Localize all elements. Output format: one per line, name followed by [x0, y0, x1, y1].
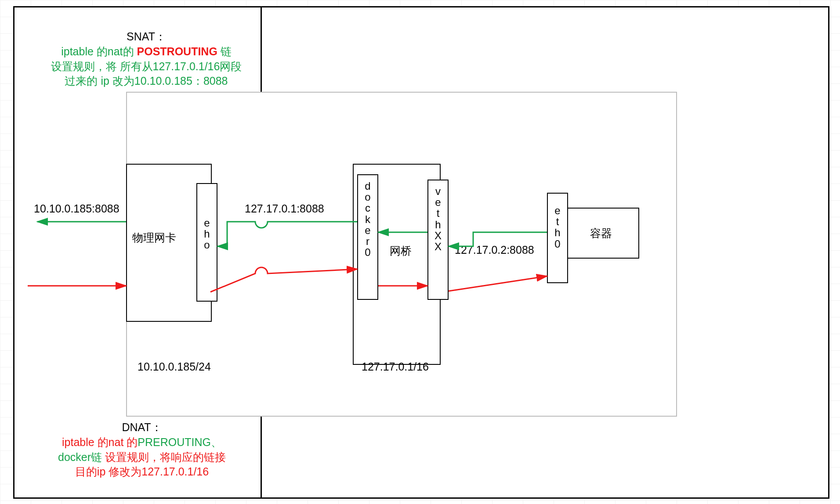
eho-vertical-text: eho: [196, 217, 217, 251]
dnat-title: DNAT：: [45, 420, 239, 435]
snat-title: SNAT：: [50, 29, 243, 44]
snat-line1c: 链: [217, 45, 232, 58]
eth0-vertical-text: eth0: [547, 205, 568, 249]
dnat-line1a: iptable 的nat 的: [62, 436, 138, 448]
snat-text-block: SNAT： iptable 的nat的 POSTROUTING 链 设置规则，将…: [50, 29, 243, 89]
bridge-label: 网桥: [390, 244, 412, 258]
ip-left-label: 10.10.0.185:8088: [34, 202, 119, 215]
ip-right-label: 127.17.0.2:8088: [455, 244, 534, 256]
dnat-line3: 目的ip 修改为127.17.0.1/16: [45, 464, 239, 479]
diagram-frame: SNAT： iptable 的nat的 POSTROUTING 链 设置规则，将…: [13, 6, 829, 499]
dnat-text-block: DNAT： iptable 的nat 的PREROUTING、 docker链 …: [45, 420, 239, 479]
snat-line2: 设置规则，将 所有从127.17.0.1/16网段: [50, 59, 243, 74]
dnat-line2a: docker链: [58, 451, 102, 463]
snat-line1: iptable 的nat的 POSTROUTING 链: [50, 44, 243, 59]
dnat-line2b: 设置规则，将响应的链接: [102, 451, 226, 463]
ip-mid-label: 127.17.0.1:8088: [245, 202, 324, 215]
nic-subnet-label: 10.10.0.185/24: [138, 360, 211, 373]
physical-nic-label: 物理网卡: [132, 230, 176, 245]
snat-line3: 过来的 ip 改为10.10.0.185：8088: [50, 74, 243, 89]
container-label: 容器: [590, 226, 612, 241]
bridge-subnet-label: 127.17.0.1/16: [362, 360, 429, 373]
dnat-line1: iptable 的nat 的PREROUTING、: [45, 435, 239, 450]
dnat-line1b: PREROUTING、: [138, 436, 222, 448]
snat-line1b: POSTROUTING: [137, 45, 217, 58]
snat-line1a: iptable 的nat的: [61, 45, 137, 58]
dnat-line2: docker链 设置规则，将响应的链接: [45, 450, 239, 465]
vethxx-vertical-text: vethXX: [427, 186, 449, 252]
docker0-vertical-text: docker0: [357, 180, 378, 258]
